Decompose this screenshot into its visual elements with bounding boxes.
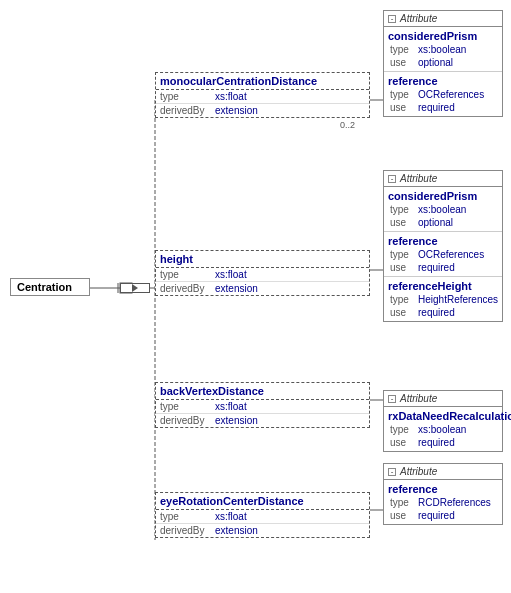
attr-square-2: - <box>388 175 396 183</box>
attr-section-reference-4: reference type RCDReferences use require… <box>384 480 502 524</box>
diagram: Centration monocularCentrationDistance t… <box>0 0 511 593</box>
rh2-use-label: use <box>390 307 418 318</box>
height-type-value: xs:float <box>215 269 247 280</box>
attr-header-3: - Attribute <box>384 391 502 407</box>
attr-square-1: - <box>388 15 396 23</box>
ercd-type-value: xs:float <box>215 511 247 522</box>
mono-multiplicity: 0..2 <box>340 120 355 130</box>
attr-section-reference-1: reference type OCReferences use required <box>384 72 502 116</box>
ref2-use-label: use <box>390 262 418 273</box>
attr-box-2: - Attribute consideredPrism type xs:bool… <box>383 170 503 322</box>
attr-section-considered-prism-1: consideredPrism type xs:boolean use opti… <box>384 27 502 72</box>
ref2-use-value: required <box>418 262 455 273</box>
cp1-type-label: type <box>390 44 418 55</box>
attr-square-4: - <box>388 468 396 476</box>
cp2-type-value: xs:boolean <box>418 204 466 215</box>
mono-derived-label: derivedBy <box>160 105 215 116</box>
back-vertex-distance-box: backVertexDistance type xs:float derived… <box>155 382 370 428</box>
reference-height-name-2: referenceHeight <box>388 279 498 293</box>
rx3-type-label: type <box>390 424 418 435</box>
height-title: height <box>156 251 369 268</box>
attr-box-3: - Attribute rxDataNeedRecalculation type… <box>383 390 503 452</box>
ref2-type-value: OCReferences <box>418 249 484 260</box>
cp1-use-value: optional <box>418 57 453 68</box>
height-type-label: type <box>160 269 215 280</box>
bvd-derived-value: extension <box>215 415 258 426</box>
ref1-type-value: OCReferences <box>418 89 484 100</box>
ercd-derived-label: derivedBy <box>160 525 215 536</box>
attr-header-label-2: Attribute <box>400 173 437 184</box>
attr-header-2: - Attribute <box>384 171 502 187</box>
attr-square-3: - <box>388 395 396 403</box>
ercd-type-label: type <box>160 511 215 522</box>
considered-prism-name-1: consideredPrism <box>388 29 498 43</box>
cp2-use-value: optional <box>418 217 453 228</box>
attr-section-reference-height-2: referenceHeight type HeightReferences us… <box>384 277 502 321</box>
bvd-title: backVertexDistance <box>156 383 369 400</box>
rx3-use-label: use <box>390 437 418 448</box>
rx3-use-value: required <box>418 437 455 448</box>
attr-header-1: - Attribute <box>384 11 502 27</box>
centration-box: Centration <box>10 278 90 296</box>
ercd-derived-value: extension <box>215 525 258 536</box>
ref1-type-label: type <box>390 89 418 100</box>
mono-type-value: xs:float <box>215 91 247 102</box>
considered-prism-name-2: consideredPrism <box>388 189 498 203</box>
rx3-type-value: xs:boolean <box>418 424 466 435</box>
attr-section-considered-prism-2: consideredPrism type xs:boolean use opti… <box>384 187 502 232</box>
mono-type-label: type <box>160 91 215 102</box>
reference-name-1: reference <box>388 74 498 88</box>
centration-label: Centration <box>17 281 72 293</box>
height-derived-value: extension <box>215 283 258 294</box>
attr-box-1: - Attribute consideredPrism type xs:bool… <box>383 10 503 117</box>
rxdata-name-3: rxDataNeedRecalculation <box>388 409 498 423</box>
ercd-title: eyeRotationCenterDistance <box>156 493 369 510</box>
cp1-type-value: xs:boolean <box>418 44 466 55</box>
attr-header-label-1: Attribute <box>400 13 437 24</box>
attr-header-label-3: Attribute <box>400 393 437 404</box>
rh2-type-value: HeightReferences <box>418 294 498 305</box>
ref4-type-value: RCDReferences <box>418 497 491 508</box>
ref4-type-label: type <box>390 497 418 508</box>
bvd-type-label: type <box>160 401 215 412</box>
attr-header-label-4: Attribute <box>400 466 437 477</box>
rh2-use-value: required <box>418 307 455 318</box>
attr-box-4: - Attribute reference type RCDReferences… <box>383 463 503 525</box>
ref4-use-label: use <box>390 510 418 521</box>
ref4-use-value: required <box>418 510 455 521</box>
ref1-use-label: use <box>390 102 418 113</box>
attr-section-reference-2: reference type OCReferences use required <box>384 232 502 277</box>
monocular-title: monocularCentrationDistance <box>156 73 369 90</box>
mono-derived-value: extension <box>215 105 258 116</box>
monocular-centration-distance-box: monocularCentrationDistance type xs:floa… <box>155 72 370 118</box>
height-derived-label: derivedBy <box>160 283 215 294</box>
bvd-type-value: xs:float <box>215 401 247 412</box>
cp2-type-label: type <box>390 204 418 215</box>
cp1-use-label: use <box>390 57 418 68</box>
rh2-type-label: type <box>390 294 418 305</box>
ref1-use-value: required <box>418 102 455 113</box>
reference-name-4: reference <box>388 482 498 496</box>
connector-block <box>120 283 150 293</box>
ref2-type-label: type <box>390 249 418 260</box>
reference-name-2: reference <box>388 234 498 248</box>
attr-section-rxdata-3: rxDataNeedRecalculation type xs:boolean … <box>384 407 502 451</box>
eye-rotation-center-distance-box: eyeRotationCenterDistance type xs:float … <box>155 492 370 538</box>
cp2-use-label: use <box>390 217 418 228</box>
attr-header-4: - Attribute <box>384 464 502 480</box>
height-box: height type xs:float derivedBy extension <box>155 250 370 296</box>
bvd-derived-label: derivedBy <box>160 415 215 426</box>
